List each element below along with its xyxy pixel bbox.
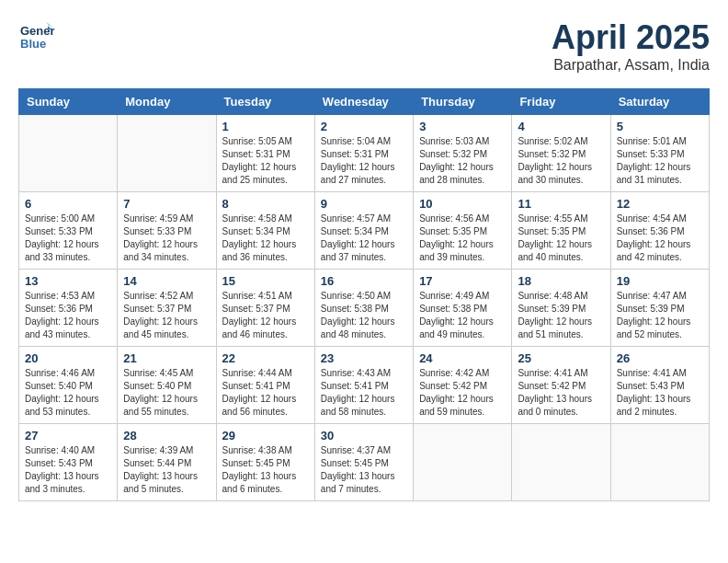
day-number: 16	[321, 274, 407, 288]
day-info: Sunrise: 4:44 AMSunset: 5:41 PMDaylight:…	[222, 367, 309, 419]
calendar-day-cell: 7Sunrise: 4:59 AMSunset: 5:33 PMDaylight…	[118, 192, 216, 270]
svg-text:Blue: Blue	[20, 37, 46, 51]
logo: General Blue	[18, 18, 55, 55]
calendar-week-row: 6Sunrise: 5:00 AMSunset: 5:33 PMDaylight…	[19, 192, 710, 270]
calendar-day-cell: 15Sunrise: 4:51 AMSunset: 5:37 PMDayligh…	[216, 270, 314, 347]
calendar-day-cell: 21Sunrise: 4:45 AMSunset: 5:40 PMDayligh…	[118, 347, 216, 424]
calendar-header-cell: Monday	[118, 89, 216, 115]
calendar-day-cell: 6Sunrise: 5:00 AMSunset: 5:33 PMDaylight…	[19, 192, 118, 270]
calendar-header-cell: Thursday	[414, 89, 512, 115]
day-info: Sunrise: 4:41 AMSunset: 5:42 PMDaylight:…	[518, 367, 604, 419]
day-number: 18	[518, 274, 604, 288]
day-info: Sunrise: 5:04 AMSunset: 5:31 PMDaylight:…	[321, 135, 407, 187]
day-info: Sunrise: 4:39 AMSunset: 5:44 PMDaylight:…	[123, 444, 210, 496]
day-info: Sunrise: 4:50 AMSunset: 5:38 PMDaylight:…	[321, 290, 407, 341]
day-info: Sunrise: 4:49 AMSunset: 5:38 PMDaylight:…	[419, 290, 506, 341]
day-info: Sunrise: 4:51 AMSunset: 5:37 PMDaylight:…	[222, 290, 309, 341]
day-info: Sunrise: 4:47 AMSunset: 5:39 PMDaylight:…	[617, 290, 703, 341]
day-number: 11	[518, 197, 604, 211]
day-number: 21	[123, 351, 210, 365]
calendar-table: SundayMondayTuesdayWednesdayThursdayFrid…	[18, 88, 710, 501]
calendar-header-cell: Tuesday	[216, 89, 314, 115]
day-info: Sunrise: 4:52 AMSunset: 5:37 PMDaylight:…	[123, 290, 210, 341]
day-number: 29	[222, 429, 309, 442]
day-info: Sunrise: 4:40 AMSunset: 5:43 PMDaylight:…	[25, 444, 111, 496]
day-number: 20	[25, 351, 111, 365]
day-info: Sunrise: 5:03 AMSunset: 5:32 PMDaylight:…	[419, 135, 506, 187]
calendar-day-cell: 24Sunrise: 4:42 AMSunset: 5:42 PMDayligh…	[414, 347, 512, 424]
day-number: 1	[222, 120, 309, 133]
day-info: Sunrise: 4:55 AMSunset: 5:35 PMDaylight:…	[518, 213, 604, 264]
day-number: 5	[617, 120, 703, 133]
calendar-day-cell: 14Sunrise: 4:52 AMSunset: 5:37 PMDayligh…	[118, 270, 216, 347]
day-number: 6	[25, 197, 111, 211]
day-number: 19	[617, 274, 703, 288]
calendar-day-cell	[118, 115, 216, 192]
day-info: Sunrise: 4:43 AMSunset: 5:41 PMDaylight:…	[321, 367, 407, 419]
day-info: Sunrise: 5:01 AMSunset: 5:33 PMDaylight:…	[617, 135, 703, 187]
calendar-day-cell: 19Sunrise: 4:47 AMSunset: 5:39 PMDayligh…	[610, 270, 709, 347]
calendar-day-cell: 17Sunrise: 4:49 AMSunset: 5:38 PMDayligh…	[414, 270, 512, 347]
day-info: Sunrise: 4:37 AMSunset: 5:45 PMDaylight:…	[321, 444, 407, 496]
day-info: Sunrise: 5:00 AMSunset: 5:33 PMDaylight:…	[25, 213, 111, 264]
calendar-day-cell: 3Sunrise: 5:03 AMSunset: 5:32 PMDaylight…	[414, 115, 512, 192]
day-number: 25	[518, 351, 604, 365]
calendar-header-cell: Friday	[512, 89, 610, 115]
day-number: 27	[25, 429, 111, 442]
calendar-day-cell: 10Sunrise: 4:56 AMSunset: 5:35 PMDayligh…	[414, 192, 512, 270]
day-number: 3	[419, 120, 506, 133]
day-number: 15	[222, 274, 309, 288]
calendar-day-cell: 26Sunrise: 4:41 AMSunset: 5:43 PMDayligh…	[610, 347, 709, 424]
calendar-week-row: 27Sunrise: 4:40 AMSunset: 5:43 PMDayligh…	[19, 424, 710, 501]
calendar-day-cell: 5Sunrise: 5:01 AMSunset: 5:33 PMDaylight…	[610, 115, 709, 192]
day-number: 10	[419, 197, 506, 211]
calendar-header-cell: Wednesday	[314, 89, 413, 115]
calendar-day-cell: 4Sunrise: 5:02 AMSunset: 5:32 PMDaylight…	[512, 115, 610, 192]
day-number: 28	[123, 429, 210, 442]
day-info: Sunrise: 4:46 AMSunset: 5:40 PMDaylight:…	[25, 367, 111, 419]
day-info: Sunrise: 4:45 AMSunset: 5:40 PMDaylight:…	[123, 367, 210, 419]
svg-text:General: General	[20, 24, 55, 38]
calendar-day-cell: 27Sunrise: 4:40 AMSunset: 5:43 PMDayligh…	[19, 424, 118, 501]
day-info: Sunrise: 4:53 AMSunset: 5:36 PMDaylight:…	[25, 290, 111, 341]
day-number: 26	[617, 351, 703, 365]
day-info: Sunrise: 4:56 AMSunset: 5:35 PMDaylight:…	[419, 213, 506, 264]
calendar-day-cell: 16Sunrise: 4:50 AMSunset: 5:38 PMDayligh…	[314, 270, 413, 347]
calendar-week-row: 13Sunrise: 4:53 AMSunset: 5:36 PMDayligh…	[19, 270, 710, 347]
calendar-day-cell: 20Sunrise: 4:46 AMSunset: 5:40 PMDayligh…	[19, 347, 118, 424]
day-number: 30	[321, 429, 407, 442]
calendar-day-cell: 18Sunrise: 4:48 AMSunset: 5:39 PMDayligh…	[512, 270, 610, 347]
calendar-day-cell: 8Sunrise: 4:58 AMSunset: 5:34 PMDaylight…	[216, 192, 314, 270]
day-number: 24	[419, 351, 506, 365]
calendar-day-cell: 29Sunrise: 4:38 AMSunset: 5:45 PMDayligh…	[216, 424, 314, 501]
day-number: 13	[25, 274, 111, 288]
logo-icon: General Blue	[18, 18, 55, 55]
page-header: General Blue April 2025 Barpathar, Assam…	[18, 18, 710, 74]
calendar-day-cell: 11Sunrise: 4:55 AMSunset: 5:35 PMDayligh…	[512, 192, 610, 270]
day-number: 14	[123, 274, 210, 288]
day-info: Sunrise: 5:02 AMSunset: 5:32 PMDaylight:…	[518, 135, 604, 187]
calendar-body: 1Sunrise: 5:05 AMSunset: 5:31 PMDaylight…	[19, 115, 710, 501]
calendar-day-cell: 25Sunrise: 4:41 AMSunset: 5:42 PMDayligh…	[512, 347, 610, 424]
calendar-day-cell: 30Sunrise: 4:37 AMSunset: 5:45 PMDayligh…	[314, 424, 413, 501]
location: Barpathar, Assam, India	[552, 57, 710, 74]
day-number: 17	[419, 274, 506, 288]
day-number: 9	[321, 197, 407, 211]
calendar-header-row: SundayMondayTuesdayWednesdayThursdayFrid…	[19, 89, 710, 115]
calendar-day-cell: 12Sunrise: 4:54 AMSunset: 5:36 PMDayligh…	[610, 192, 709, 270]
calendar-header-cell: Saturday	[610, 89, 709, 115]
calendar-header-cell: Sunday	[19, 89, 118, 115]
day-info: Sunrise: 4:38 AMSunset: 5:45 PMDaylight:…	[222, 444, 309, 496]
day-number: 4	[518, 120, 604, 133]
day-number: 7	[123, 197, 210, 211]
day-number: 12	[617, 197, 703, 211]
day-info: Sunrise: 4:58 AMSunset: 5:34 PMDaylight:…	[222, 213, 309, 264]
calendar-day-cell: 22Sunrise: 4:44 AMSunset: 5:41 PMDayligh…	[216, 347, 314, 424]
title-area: April 2025 Barpathar, Assam, India	[552, 18, 710, 74]
calendar-day-cell: 23Sunrise: 4:43 AMSunset: 5:41 PMDayligh…	[314, 347, 413, 424]
day-info: Sunrise: 4:41 AMSunset: 5:43 PMDaylight:…	[617, 367, 703, 419]
calendar-day-cell	[512, 424, 610, 501]
calendar-day-cell: 9Sunrise: 4:57 AMSunset: 5:34 PMDaylight…	[314, 192, 413, 270]
day-number: 2	[321, 120, 407, 133]
day-info: Sunrise: 4:59 AMSunset: 5:33 PMDaylight:…	[123, 213, 210, 264]
